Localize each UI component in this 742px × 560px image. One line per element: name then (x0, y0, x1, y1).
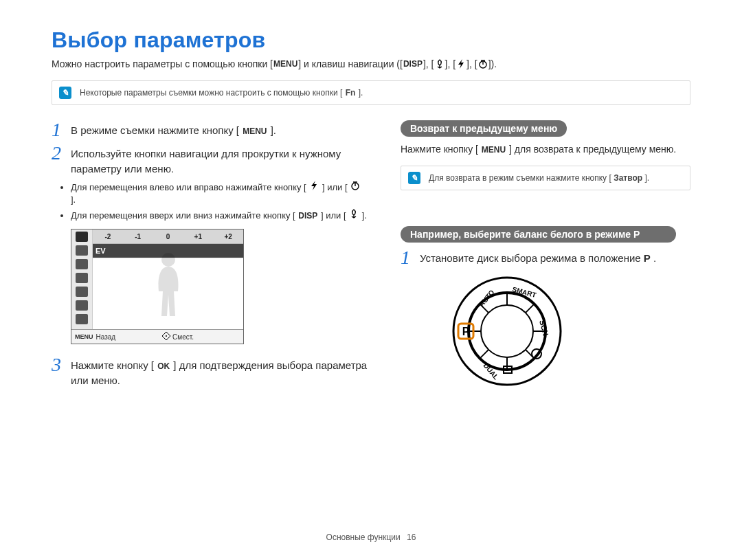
right-step-1: 1 Установите диск выбора режима в положе… (401, 248, 690, 267)
rstep1-post: . (653, 252, 656, 264)
intro-mid1: ], [ (423, 58, 434, 69)
page-footer: Основные функции 16 (0, 533, 742, 542)
subheading-example: Например, выберите баланс белого в режим… (401, 226, 676, 243)
menu-button-label: MENU (242, 126, 267, 136)
b2-mid: ] или [ (321, 210, 346, 221)
b1-pre: Для перемещения влево или вправо нажимай… (71, 182, 306, 192)
disp-button-label: DISP (297, 211, 318, 221)
menu-button-label: MENU (481, 145, 506, 155)
info-icon: ✎ (408, 172, 420, 184)
tip-note-1: ✎ Некоторые параметры съемки можно настр… (52, 80, 690, 105)
timer-icon (350, 181, 361, 190)
ev-tick: 0 (153, 233, 183, 240)
footer-section: Основные функции (326, 533, 401, 542)
mode-p-label: P (644, 252, 651, 264)
intro-part2: ] и клавиш навигации ([ (298, 58, 403, 69)
tip1-pre: Некоторые параметры съемки можно настрои… (80, 88, 342, 98)
tip2-pre: Для возврата в режим съемки нажмите кноп… (429, 173, 611, 183)
step-body: Установите диск выбора режима в положени… (420, 248, 656, 267)
timer-icon (477, 59, 488, 69)
intro-text: Можно настроить параметры с помощью кноп… (52, 58, 690, 69)
menu-small-label: MENU (74, 332, 94, 341)
intro-part1: Можно настроить параметры с помощью кноп… (52, 58, 273, 69)
b1-mid: ] или [ (322, 182, 348, 192)
lcd-main: -2 -1 0 +1 +2 EV (93, 229, 243, 329)
dial-p-text: P (462, 326, 470, 337)
bullet-item: Для перемещения вверх или вниз нажимайте… (71, 209, 368, 222)
step-body: Используйте кнопки навигации для прокрут… (71, 144, 368, 177)
lcd-side-icon (76, 273, 88, 283)
lcd-side-icon (76, 314, 88, 324)
content-columns: 1 В режиме съемки нажмите кнопку [ MENU … (52, 120, 690, 392)
return-paragraph: Нажмите кнопку [ MENU ] для возврата к п… (401, 142, 690, 156)
manual-page: Выбор параметров Можно настроить парамет… (0, 0, 742, 560)
tip-note-2: ✎ Для возврата в режим съемки нажмите кн… (401, 166, 690, 190)
page-number: 16 (407, 533, 416, 542)
lcd-bottom-bar: MENU Назад Смест. (71, 329, 243, 344)
s1-pre: В режиме съемки нажмите кнопку [ (71, 124, 239, 136)
ev-label: EV (93, 247, 106, 255)
intro-mid2: ], [ (445, 58, 456, 69)
lcd-side-icon (76, 259, 88, 269)
p1-pre: Нажмите кнопку [ (401, 144, 478, 155)
subheading-return: Возврат к предыдущему меню (401, 120, 567, 137)
lcd-side-icon (76, 287, 88, 297)
shutter-label: Затвор (614, 173, 642, 183)
step-2: 2 Используйте кнопки навигации для прокр… (52, 144, 368, 177)
menu-button-label: MENU (273, 59, 298, 69)
intro-mid3: ], [ (466, 58, 477, 69)
step-number: 1 (52, 120, 71, 139)
lcd-back: MENU Назад (74, 332, 115, 341)
b2-post: ]. (362, 210, 367, 221)
tip1-post: ]. (359, 88, 363, 98)
flash-icon (456, 59, 466, 69)
lcd-sidebar (71, 229, 93, 329)
rstep1-pre: Установите диск выбора режима в положени… (420, 252, 644, 264)
ev-tick: -2 (93, 233, 123, 240)
step-number: 3 (52, 355, 71, 388)
flash-icon (308, 181, 319, 190)
s3-pre: Нажмите кнопку [ (71, 359, 154, 371)
lcd-move-text: Смест. (172, 333, 194, 341)
tip2-post: ]. (644, 173, 649, 183)
camera-lcd-preview: -2 -1 0 +1 +2 EV (71, 229, 244, 344)
mode-dial-illustration: P AUTO SMART SCN DUAL (449, 273, 690, 392)
step-1: 1 В режиме съемки нажмите кнопку [ MENU … (52, 120, 368, 139)
lcd-move: Смест. (115, 332, 240, 341)
nav-diamond-icon (162, 332, 170, 341)
ok-button-label: OK (157, 361, 170, 371)
svg-point-2 (161, 253, 175, 267)
lcd-side-icon (76, 300, 88, 311)
ev-tick: -1 (123, 233, 153, 240)
intro-end: ]). (488, 58, 497, 69)
bullet-item: Для перемещения влево или вправо нажимай… (71, 181, 368, 206)
lcd-side-icon (76, 245, 88, 256)
left-column: 1 В режиме съемки нажмите кнопку [ MENU … (52, 120, 368, 392)
s1-post: ]. (271, 124, 276, 136)
info-icon: ✎ (59, 87, 71, 99)
macro-icon (348, 209, 359, 219)
b1-post: ]. (71, 194, 76, 205)
lcd-back-text: Назад (96, 333, 116, 341)
step-number: 1 (401, 248, 420, 267)
fn-button-label: Fn (345, 88, 357, 98)
ev-tick: +2 (213, 233, 243, 240)
right-column: Возврат к предыдущему меню Нажмите кнопк… (401, 120, 690, 392)
svg-point-3 (166, 335, 167, 337)
macro-icon (434, 59, 445, 69)
person-silhouette-icon (148, 250, 189, 319)
ev-scale: -2 -1 0 +1 +2 (93, 229, 243, 244)
step-body: В режиме съемки нажмите кнопку [ MENU ]. (71, 120, 276, 139)
p1-post: ] для возврата к предыдущему меню. (509, 144, 676, 155)
disp-button-label: DISP (403, 59, 423, 69)
step-number: 2 (52, 144, 71, 177)
step-3: 3 Нажмите кнопку [ OK ] для подтверждени… (52, 355, 368, 388)
lcd-side-icon (76, 232, 88, 242)
b2-pre: Для перемещения вверх или вниз нажимайте… (71, 210, 295, 221)
page-title: Выбор параметров (52, 27, 690, 53)
step-body: Нажмите кнопку [ OK ] для подтверждения … (71, 355, 368, 388)
ev-tick: +1 (183, 233, 213, 240)
step2-bullets: Для перемещения влево или вправо нажимай… (52, 181, 368, 223)
lcd-top: -2 -1 0 +1 +2 EV (71, 229, 243, 329)
